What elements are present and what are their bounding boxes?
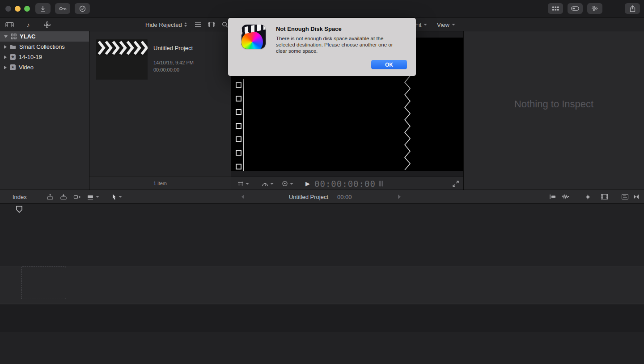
play-button[interactable]: ▶ bbox=[305, 177, 310, 190]
timeline-toolbar: Index bbox=[0, 190, 644, 204]
minimize-window-button[interactable] bbox=[15, 6, 21, 12]
close-window-button[interactable] bbox=[5, 6, 11, 12]
disclosure-down-icon[interactable] bbox=[4, 35, 8, 38]
playhead-handle[interactable] bbox=[16, 206, 22, 213]
film-sprocket bbox=[236, 82, 242, 88]
skimming-icon bbox=[549, 194, 556, 199]
media-import-sidebar-button[interactable] bbox=[4, 18, 15, 31]
clip-skimming-button[interactable] bbox=[549, 190, 556, 203]
music-note-icon: ♪ bbox=[26, 21, 30, 28]
sidebar-item-label: Video bbox=[19, 64, 34, 71]
chevron-right-icon bbox=[398, 195, 401, 199]
timeline-area[interactable] bbox=[0, 204, 644, 364]
zoom-window-button[interactable] bbox=[24, 6, 30, 12]
sidebar-item-label: Smart Collections bbox=[19, 43, 65, 50]
audio-skimming-button[interactable] bbox=[562, 190, 570, 203]
traffic-lights bbox=[5, 6, 30, 12]
inspector-panel: Nothing to Inspect bbox=[464, 31, 644, 190]
disk-space-alert-dialog: Not Enough Disk Space There is not enoug… bbox=[228, 18, 416, 76]
photos-browser-button[interactable] bbox=[41, 18, 53, 31]
chevron-down-icon bbox=[424, 24, 427, 25]
music-browser-button[interactable]: ♪ bbox=[22, 18, 34, 31]
project-clip[interactable]: Untitled Project 14/10/19, 9:42 PM 00:00… bbox=[96, 39, 194, 80]
film-edge-line bbox=[243, 79, 244, 171]
timeline-appearance-button[interactable] bbox=[622, 190, 628, 203]
fit-zoom-menu[interactable]: Fit bbox=[415, 18, 427, 31]
append-edit-icon bbox=[73, 194, 80, 200]
audio-meters-icon[interactable] bbox=[379, 177, 384, 190]
sidebar-item-label: 14-10-19 bbox=[19, 54, 42, 60]
clip-list-view-button[interactable] bbox=[193, 18, 203, 31]
effects-browser-button[interactable] bbox=[585, 190, 591, 203]
titlebar bbox=[0, 0, 644, 17]
gap-clip-placeholder[interactable] bbox=[21, 267, 66, 299]
clip-date: 14/10/19, 9:42 PM bbox=[153, 60, 194, 65]
transitions-browser-button[interactable] bbox=[633, 190, 639, 203]
sidebar-item-label: YLAC bbox=[20, 33, 35, 40]
view-menu[interactable]: View bbox=[437, 18, 455, 31]
crop-menu-button[interactable] bbox=[237, 177, 249, 190]
filmstrip-icon bbox=[208, 22, 215, 27]
filmstrip-import-icon bbox=[5, 21, 14, 28]
color-wheel-icon bbox=[282, 181, 288, 186]
sidebar-item-event-14-10-19[interactable]: ★ 14-10-19 bbox=[0, 52, 89, 62]
color-wheel-art bbox=[242, 31, 263, 49]
browser-toggle-button[interactable] bbox=[548, 3, 563, 14]
project-thumbnail[interactable] bbox=[96, 39, 148, 80]
primary-storyline-lane bbox=[0, 267, 644, 304]
index-button[interactable]: Index bbox=[13, 190, 27, 203]
grid-view-icon bbox=[552, 6, 559, 11]
timeline-project-menu[interactable]: Untitled Project bbox=[277, 190, 340, 203]
inspector-toggle-button[interactable] bbox=[587, 3, 602, 14]
filter-control[interactable]: Hide Rejected bbox=[145, 18, 187, 31]
stadium-icon bbox=[571, 6, 579, 11]
chevron-left-icon bbox=[242, 195, 244, 199]
overwrite-edit-icon bbox=[87, 194, 94, 200]
effects-menu-button[interactable] bbox=[282, 177, 293, 190]
four-point-star-icon bbox=[585, 194, 591, 200]
disclosure-right-icon[interactable] bbox=[4, 45, 7, 49]
share-icon bbox=[630, 5, 636, 12]
import-button[interactable] bbox=[35, 3, 51, 14]
timeline-duration: 00:00 bbox=[337, 190, 352, 203]
append-clip-button[interactable] bbox=[73, 190, 80, 203]
fullscreen-expand-icon bbox=[453, 181, 459, 187]
library-grid-icon bbox=[11, 34, 17, 39]
sliders-icon bbox=[592, 6, 598, 11]
sidebar-item-event-video[interactable]: ★ Video bbox=[0, 62, 89, 72]
playhead-line[interactable] bbox=[19, 204, 19, 364]
libraries-sidebar: YLAC Smart Collections ★ 14-10-19 ★ Vide… bbox=[0, 31, 89, 190]
viewer-timecode-field[interactable]: 00:00:00:00 bbox=[314, 177, 376, 190]
insert-clip-button[interactable] bbox=[60, 190, 67, 203]
clip-metadata: Untitled Project 14/10/19, 9:42 PM 00:00… bbox=[153, 39, 194, 80]
bowtie-icon bbox=[633, 194, 639, 199]
filmstrip-view-button[interactable] bbox=[206, 18, 217, 31]
film-sprocket bbox=[236, 109, 242, 115]
background-tasks-button[interactable] bbox=[75, 3, 90, 14]
timeline-project-name: Untitled Project bbox=[289, 194, 328, 200]
chevron-filmstrip-art bbox=[96, 39, 148, 80]
disclosure-right-icon[interactable] bbox=[4, 66, 7, 69]
retime-menu-button[interactable] bbox=[262, 177, 274, 190]
ok-button[interactable]: OK bbox=[371, 60, 407, 69]
clip-duration: 00:00:00:00 bbox=[153, 67, 194, 72]
timeline-toggle-button[interactable] bbox=[568, 3, 583, 14]
connect-clip-button[interactable] bbox=[47, 190, 54, 203]
overwrite-clip-button[interactable] bbox=[87, 190, 99, 203]
tool-select-button[interactable] bbox=[112, 190, 122, 203]
keying-button[interactable] bbox=[55, 3, 70, 14]
sidebar-item-library[interactable]: YLAC bbox=[0, 31, 89, 42]
timeline-back-button[interactable] bbox=[242, 190, 244, 203]
media-browser-button[interactable] bbox=[601, 190, 608, 203]
fullscreen-button[interactable] bbox=[453, 177, 459, 190]
browser-status-bar: 1 item bbox=[89, 177, 231, 190]
index-label: Index bbox=[13, 194, 27, 200]
film-sprocket bbox=[236, 150, 242, 156]
timeline-forward-button[interactable] bbox=[398, 190, 401, 203]
chevron-down-icon bbox=[96, 196, 99, 198]
sidebar-item-smart-collections[interactable]: Smart Collections bbox=[0, 42, 89, 52]
disclosure-right-icon[interactable] bbox=[4, 55, 7, 59]
share-button[interactable] bbox=[625, 3, 640, 14]
item-count: 1 item bbox=[153, 181, 167, 186]
appearance-panel-icon bbox=[622, 194, 628, 199]
